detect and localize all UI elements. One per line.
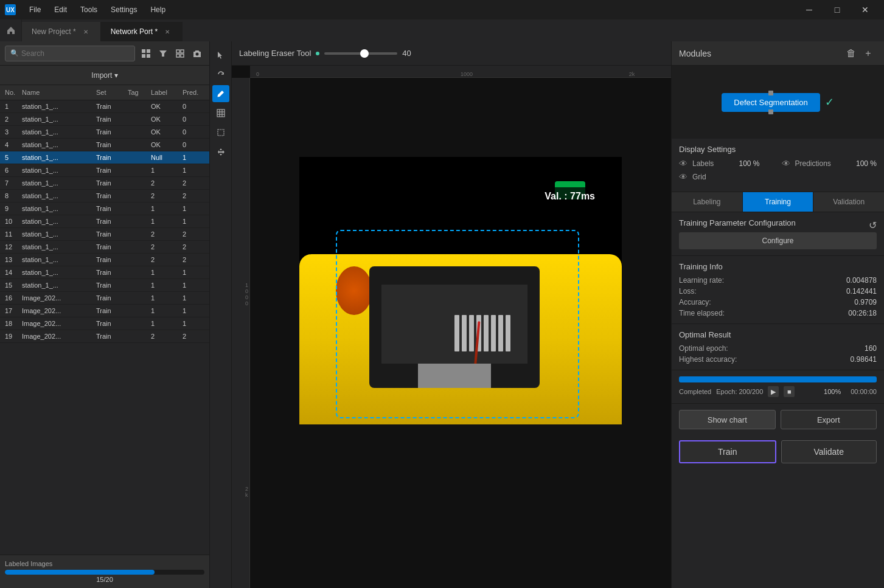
grid-eye-icon[interactable]: 👁 <box>679 172 687 182</box>
menu-file[interactable]: File <box>23 3 47 16</box>
cell-set: Train <box>94 140 125 150</box>
search-input-wrap[interactable]: 🔍 <box>5 46 135 61</box>
titlebar: UX File Edit Tools Settings Help ─ □ ✕ <box>0 0 884 19</box>
search-bar: 🔍 <box>0 41 209 66</box>
filter-icon[interactable] <box>156 46 170 61</box>
cell-name: station_1_... <box>19 140 94 150</box>
validate-button[interactable]: Validate <box>781 440 877 463</box>
ruler-horizontal: 0 1000 2k <box>250 66 671 78</box>
cell-tag <box>125 131 148 133</box>
svg-rect-3 <box>147 54 150 58</box>
move-tool[interactable] <box>212 144 229 161</box>
import-button[interactable]: Import ▾ <box>84 69 125 82</box>
maximize-button[interactable]: □ <box>823 0 851 19</box>
search-input[interactable] <box>21 49 130 58</box>
tab-new-project-label: New Project * <box>32 27 76 36</box>
delete-module-button[interactable]: 🗑 <box>843 45 860 62</box>
tab-network-port-close[interactable]: ✕ <box>162 27 172 36</box>
right-panel: Modules 🗑 + Defect Segmentation ✓ Displa… <box>671 41 884 588</box>
stop-button[interactable]: ■ <box>784 386 795 397</box>
close-button[interactable]: ✕ <box>851 0 879 19</box>
table-row[interactable]: 2 station_1_... Train OK 0 <box>0 113 209 126</box>
table-row[interactable]: 17 Image_202... Train 1 1 <box>0 305 209 317</box>
menu-tools[interactable]: Tools <box>74 3 103 16</box>
cell-no: 13 <box>2 255 19 265</box>
tab-new-project[interactable]: New Project * ✕ <box>22 22 101 41</box>
table-row[interactable]: 18 Image_202... Train 1 1 <box>0 317 209 330</box>
cell-name: station_1_... <box>19 114 94 124</box>
export-button[interactable]: Export <box>781 410 877 429</box>
cell-no: 17 <box>2 306 19 316</box>
cell-set: Train <box>94 165 125 175</box>
labels-eye-icon[interactable]: 👁 <box>679 159 687 168</box>
toolbar-icons <box>139 46 204 61</box>
cell-tag <box>125 271 148 274</box>
cell-set: Train <box>94 229 125 239</box>
tab-new-project-close[interactable]: ✕ <box>81 27 91 36</box>
play-button[interactable]: ▶ <box>768 386 779 397</box>
eraser-slider[interactable] <box>324 52 397 55</box>
cell-pred: 1 <box>180 268 207 277</box>
slider-thumb[interactable] <box>360 49 369 58</box>
select-tool[interactable] <box>212 124 229 141</box>
cell-pred: 1 <box>180 319 207 328</box>
grid-tool[interactable] <box>212 105 229 122</box>
cell-no: 12 <box>2 242 19 252</box>
tab-validation[interactable]: Validation <box>813 192 884 212</box>
tab-network-port[interactable]: Network Port * ✕ <box>101 22 183 41</box>
grid-label: Grid <box>692 173 706 181</box>
table-row[interactable]: 12 station_1_... Train 2 2 <box>0 241 209 254</box>
table-row[interactable]: 9 station_1_... Train 1 1 <box>0 202 209 215</box>
camera-icon[interactable] <box>190 46 204 61</box>
table-row[interactable]: 19 Image_202... Train 2 2 <box>0 330 209 343</box>
table-row[interactable]: 6 station_1_... Train 1 1 <box>0 164 209 177</box>
lr-label: Learning rate: <box>679 276 839 285</box>
pointer-tool[interactable] <box>212 46 229 63</box>
cell-tag <box>125 335 148 337</box>
brush-tool[interactable] <box>212 85 229 102</box>
cell-label: 2 <box>148 191 180 201</box>
table-row[interactable]: 1 station_1_... Train OK 0 <box>0 100 209 113</box>
table-row[interactable]: 16 Image_202... Train 1 1 <box>0 292 209 305</box>
home-tab[interactable] <box>0 19 22 41</box>
labels-value: 100 % <box>739 159 759 168</box>
tab-training[interactable]: Training <box>743 192 814 212</box>
loss-label: Loss: <box>679 287 839 296</box>
rotate-tool[interactable] <box>212 66 229 83</box>
table-row[interactable]: 5 station_1_... Train Null 1 <box>0 151 209 164</box>
table-row[interactable]: 14 station_1_... Train 1 1 <box>0 266 209 279</box>
svg-point-9 <box>196 52 199 55</box>
grid-view-icon[interactable] <box>173 46 187 61</box>
cell-set: Train <box>94 114 125 124</box>
configure-button[interactable]: Configure <box>679 232 877 249</box>
train-button[interactable]: Train <box>679 440 776 463</box>
table-row[interactable]: 3 station_1_... Train OK 0 <box>0 126 209 139</box>
table-row[interactable]: 4 station_1_... Train OK 0 <box>0 139 209 151</box>
optimal-result-title: Optimal Result <box>679 330 877 339</box>
add-module-button[interactable]: + <box>860 45 877 62</box>
reset-icon[interactable]: ↺ <box>869 220 877 231</box>
cell-set: Train <box>94 255 125 265</box>
menu-edit[interactable]: Edit <box>48 3 73 16</box>
tab-labeling[interactable]: Labeling <box>672 192 743 212</box>
table-row[interactable]: 11 station_1_... Train 2 2 <box>0 228 209 241</box>
show-chart-button[interactable]: Show chart <box>679 410 776 429</box>
minimize-button[interactable]: ─ <box>795 0 823 19</box>
table-row[interactable]: 15 station_1_... Train 1 1 <box>0 279 209 292</box>
defect-segmentation-node[interactable]: Defect Segmentation <box>722 93 820 112</box>
cell-label: OK <box>148 102 180 111</box>
cell-pred: 0 <box>180 140 207 150</box>
table-row[interactable]: 13 station_1_... Train 2 2 <box>0 254 209 266</box>
menu-help[interactable]: Help <box>144 3 172 16</box>
import-images-icon[interactable] <box>139 46 153 61</box>
cell-label: 1 <box>148 319 180 328</box>
app-icon: UX <box>5 4 16 15</box>
cell-no: 7 <box>2 178 19 188</box>
table-row[interactable]: 8 station_1_... Train 2 2 <box>0 190 209 202</box>
training-progress-fill <box>679 376 877 382</box>
menu-settings[interactable]: Settings <box>105 3 143 16</box>
predictions-eye-icon[interactable]: 👁 <box>782 159 790 168</box>
tabs-bar: New Project * ✕ Network Port * ✕ <box>0 19 884 41</box>
table-row[interactable]: 10 station_1_... Train 1 1 <box>0 215 209 228</box>
table-row[interactable]: 7 station_1_... Train 2 2 <box>0 177 209 190</box>
